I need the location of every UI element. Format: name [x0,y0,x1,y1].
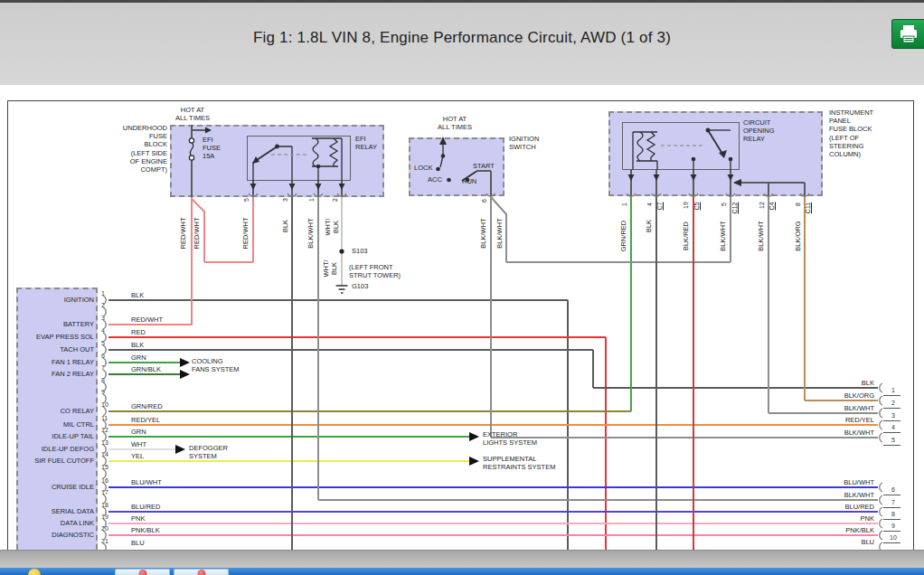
pin-name: IDLE-UP DEFOG [13,445,94,453]
s103-label: S103 [352,247,368,255]
pin-number: 9 [101,389,116,395]
wire-red-wht [108,324,193,325]
wire-color-label: PNK [131,514,145,523]
wire-wht-blk [341,197,343,286]
pin-number: 2 [886,400,900,406]
g103-label: G103 [352,282,368,290]
wire-blk [341,181,343,197]
system-arrow-icon [175,445,185,454]
pin-name: FAN 1 RELAY [13,358,94,366]
figure-title: Fig 1: 1.8L VIN 8, Engine Performance Ci… [0,29,924,47]
pin-number: 3 [101,315,116,321]
wire-color-label-vertical: BLK [330,237,339,300]
wire-blk [291,197,293,551]
pin-number: 5 [101,340,116,346]
pin-tag: 2 [331,189,340,211]
wire-color-label-vertical: RED/WHT [241,202,250,265]
wire-color-label: BLU [131,539,145,547]
wire-red [108,336,606,338]
pin-tag: 19 [682,194,691,216]
exterior-lights-system-label: EXTERIOR LIGHTS SYSTEM [483,430,537,447]
hot-at-all-times-label-2: HOT AT ALL TIMES [382,115,527,131]
wire-pnk-blk [108,534,878,536]
run-position-label: RUN [462,177,476,185]
start-position-label: START [473,162,495,170]
circuit-opening-relay-label: CIRCUIT OPENING RELAY [743,118,775,144]
wire-blk-wht [317,197,319,500]
strut-tower-label: (LEFT FRONT STRUT TOWER) [349,263,401,279]
wire-blk [192,129,205,131]
pin-tag: 1 [307,189,316,211]
pin-number: 3 [886,412,900,419]
title-bar: Fig 1: 1.8L VIN 8, Engine Performance Ci… [0,0,924,85]
wire-color-label: BLU/RED [131,503,161,511]
pin-name: IDLE-UP TAIL [13,432,94,440]
wire-blk [317,181,319,197]
pin-number: 11 [101,415,116,421]
wire-color-label: BLK/WHT [796,491,874,499]
wire-color-label: BLU [796,538,874,546]
red-app-icon [197,570,205,575]
wire-color-label-vertical: RED/WHT [179,202,188,265]
pin-tag: 1 [620,193,629,215]
pin-number: 20 [101,525,116,532]
system-arrow-icon [469,457,479,466]
pin-tag: C11 [804,197,813,219]
acc-position-label: ACC [428,175,442,184]
wire-color-label: PNK [796,514,874,523]
pin-name: CO RELAY [13,407,94,415]
wire-color-label: PNK/BLK [131,526,160,534]
pin-number: 9 [886,523,900,529]
pin-tick [883,519,900,520]
wire-blk-wht [318,499,878,501]
wire-blk [252,181,254,197]
wire-color-label: BLK [131,341,144,349]
pin-name: CRUISE IDLE [13,483,94,491]
wire-red-wht [203,211,205,262]
pin-tick [883,408,900,409]
wire-color-label: BLK/ORG [796,391,874,400]
pin-number: 19 [101,514,116,520]
pin-tag: 6 [480,190,489,212]
pin-tick [883,531,900,532]
pin-number: 14 [101,451,116,457]
print-button[interactable] [891,19,924,49]
bottom-scroll-area[interactable] [0,550,924,568]
taskbar-app-button-2[interactable] [174,569,229,575]
pin-name: FAN 2 RELAY [13,370,94,378]
wire-blk [592,350,594,388]
wire-color-label: GRN/RED [131,402,163,410]
wire-blk-wht [490,196,492,438]
wire-color-label: GRN [131,353,146,362]
pin-name: SERIAL DATA [13,507,94,515]
wire-grn-red [108,410,631,412]
pin-tag: 5 [242,189,251,211]
start-orb-icon[interactable] [28,569,41,575]
wire-blk [655,196,657,551]
wire-grn [108,362,180,363]
wire-red-yel [108,424,878,426]
wire-color-label: GRN/BLK [131,365,161,373]
wire-color-label: YEL [131,452,144,460]
wire-color-label: GRN [131,428,146,436]
wire-grn [108,436,469,438]
circuit-opening-relay-box [622,122,740,170]
pin-name: BATTERY [13,320,94,328]
pin-number: 7 [101,364,116,371]
wire-color-label: RED/YEL [131,416,160,424]
wire-color-label: BLK [796,379,874,387]
wire-color-label: BLU/WHT [131,478,162,486]
wire-blk-red [693,196,694,551]
cooling-fans-system-label: COOLING FANS SYSTEM [192,357,240,373]
pin-number: 1 [886,387,900,393]
wire-color-label-vertical: BLK/WHT [495,202,504,265]
taskbar-app-button-1[interactable] [115,569,170,575]
wire-blk [734,182,805,184]
wire-blk [191,160,193,197]
wire-blk-org [805,400,878,401]
pin-name: IGNITION [13,296,94,304]
wire-color-label: WHT [131,440,146,448]
printer-icon [898,24,919,44]
wire-color-label: RED/YEL [796,416,874,424]
wire-blk [693,170,694,196]
